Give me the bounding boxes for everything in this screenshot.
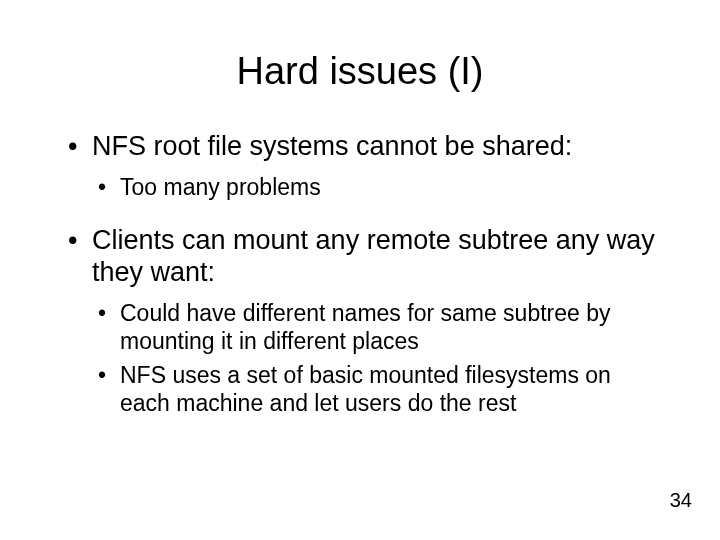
slide-title: Hard issues (I) — [60, 50, 660, 93]
list-item-text: NFS root file systems cannot be shared: — [92, 131, 572, 161]
list-item: NFS root file systems cannot be shared: … — [60, 131, 660, 201]
list-item-text: Too many problems — [120, 174, 321, 200]
bullet-list: Clients can mount any remote subtree any… — [60, 225, 660, 417]
list-item: NFS uses a set of basic mounted filesyst… — [92, 361, 660, 417]
list-item: Clients can mount any remote subtree any… — [60, 225, 660, 417]
list-item: Could have different names for same subt… — [92, 299, 660, 355]
list-item-text: Clients can mount any remote subtree any… — [92, 225, 655, 287]
sublist: Could have different names for same subt… — [92, 299, 660, 417]
list-item-text: Could have different names for same subt… — [120, 300, 611, 354]
bullet-list: NFS root file systems cannot be shared: … — [60, 131, 660, 201]
list-item: Too many problems — [92, 173, 660, 201]
list-item-text: NFS uses a set of basic mounted filesyst… — [120, 362, 611, 416]
page-number: 34 — [670, 489, 692, 512]
sublist: Too many problems — [92, 173, 660, 201]
